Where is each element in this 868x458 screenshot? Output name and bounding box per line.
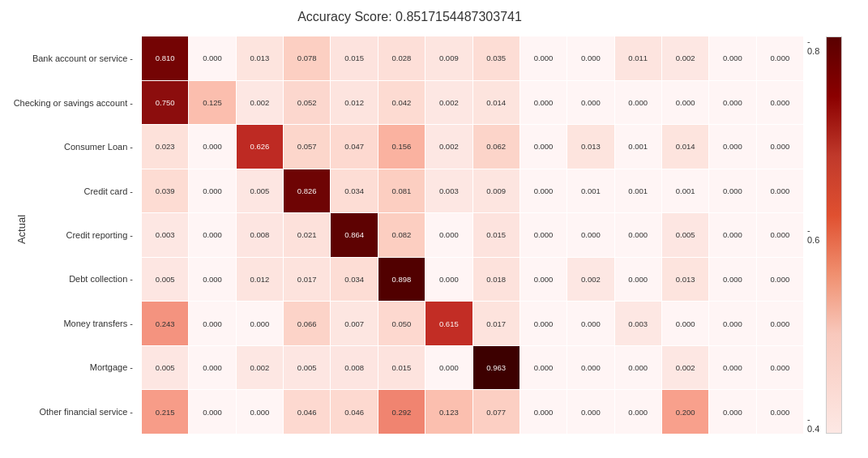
- matrix-cell: 0.000: [189, 346, 235, 390]
- matrix-cell: 0.125: [189, 81, 235, 125]
- matrix-cell: 0.034: [331, 258, 377, 302]
- matrix-cell: 0.002: [662, 36, 708, 80]
- matrix-cell: 0.007: [331, 302, 377, 345]
- matrix-cell: 0.003: [142, 213, 188, 257]
- matrix-cell: 0.017: [284, 258, 330, 302]
- matrix-cell: 0.000: [709, 302, 755, 345]
- matrix-cell: 0.000: [189, 390, 235, 434]
- matrix-cell: 0.000: [709, 36, 755, 80]
- matrix-cell: 0.008: [331, 346, 377, 390]
- matrix-cell: 0.000: [189, 36, 235, 80]
- matrix-cell: 0.000: [615, 346, 661, 390]
- matrix-cell: 0.021: [284, 213, 330, 257]
- colorbar-labels: - 0.8 - 0.6 - 0.4: [807, 36, 823, 434]
- matrix-cell: 0.000: [520, 81, 567, 125]
- matrix-cell: 0.002: [425, 81, 472, 125]
- matrix-cell: 0.215: [142, 390, 188, 434]
- matrix-cell: 0.052: [284, 81, 330, 125]
- matrix-cell: 0.005: [284, 346, 330, 390]
- matrix-cell: 0.015: [331, 36, 377, 80]
- matrix-cell: 0.000: [567, 213, 614, 257]
- matrix-cell: 0.000: [709, 81, 755, 125]
- matrix-cell: 0.005: [237, 169, 283, 213]
- matrix-cell: 0.000: [662, 81, 708, 125]
- matrix-cell: 0.000: [567, 390, 614, 434]
- matrix-cell: 0.001: [662, 169, 708, 213]
- matrix-cell: 0.005: [662, 213, 708, 257]
- matrix-cell: 0.002: [237, 81, 283, 125]
- matrix-cell: 0.123: [425, 390, 472, 434]
- matrix-cell: 0.046: [284, 390, 330, 434]
- matrix-cell: 0.015: [473, 213, 520, 257]
- row-label: Mortgage -: [24, 345, 138, 389]
- matrix-cell: 0.066: [284, 302, 330, 345]
- confusion-matrix-grid: 0.8100.0000.0130.0780.0150.0280.0090.035…: [142, 36, 803, 434]
- matrix-cell: 0.001: [615, 169, 661, 213]
- matrix-cell: 0.000: [567, 346, 614, 390]
- matrix-cell: 0.000: [567, 81, 614, 125]
- matrix-cell: 0.626: [237, 125, 283, 169]
- matrix-cell: 0.000: [520, 346, 567, 390]
- matrix-cell: 0.000: [425, 213, 472, 257]
- matrix-cell: 0.028: [378, 36, 425, 80]
- matrix-cell: 0.042: [378, 81, 425, 125]
- matrix-cell: 0.000: [757, 81, 803, 125]
- chart-title: Accuracy Score: 0.8517154487303741: [0, 10, 819, 24]
- row-label: Bank account or service -: [24, 36, 138, 80]
- matrix-cell: 0.000: [189, 302, 235, 345]
- row-labels: Bank account or service -Checking or sav…: [24, 36, 138, 434]
- matrix-cell: 0.898: [378, 258, 425, 302]
- chart-container: Accuracy Score: 0.8517154487303741 Actua…: [0, 0, 868, 458]
- matrix-cell: 0.000: [615, 213, 661, 257]
- matrix-cell: 0.012: [237, 258, 283, 302]
- colorbar: [826, 36, 842, 434]
- matrix-cell: 0.047: [331, 125, 377, 169]
- matrix-cell: 0.000: [425, 258, 472, 302]
- matrix-cell: 0.963: [473, 346, 520, 390]
- matrix-cell: 0.077: [473, 390, 520, 434]
- matrix-cell: 0.000: [237, 390, 283, 434]
- matrix-cell: 0.826: [284, 169, 330, 213]
- matrix-cell: 0.002: [567, 258, 614, 302]
- matrix-cell: 0.003: [615, 302, 661, 345]
- matrix-cell: 0.000: [709, 346, 755, 390]
- row-label: Credit card -: [24, 169, 138, 212]
- matrix-cell: 0.000: [520, 169, 567, 213]
- matrix-cell: 0.000: [425, 346, 472, 390]
- matrix-cell: 0.081: [378, 169, 425, 213]
- matrix-cell: 0.292: [378, 390, 425, 434]
- row-label: Consumer Loan -: [24, 125, 138, 169]
- matrix-cell: 0.015: [378, 346, 425, 390]
- matrix-cell: 0.057: [284, 125, 330, 169]
- matrix-cell: 0.082: [378, 213, 425, 257]
- matrix-cell: 0.014: [662, 125, 708, 169]
- matrix-cell: 0.000: [709, 258, 755, 302]
- matrix-cell: 0.001: [615, 125, 661, 169]
- matrix-area: 0.8100.0000.0130.0780.0150.0280.0090.035…: [142, 36, 803, 434]
- matrix-cell: 0.615: [425, 302, 472, 345]
- matrix-cell: 0.810: [142, 36, 188, 80]
- matrix-cell: 0.000: [520, 125, 567, 169]
- matrix-cell: 0.002: [662, 346, 708, 390]
- matrix-cell: 0.000: [662, 302, 708, 345]
- row-label: Money transfers -: [24, 302, 138, 345]
- matrix-cell: 0.000: [757, 36, 803, 80]
- matrix-cell: 0.200: [662, 390, 708, 434]
- matrix-cell: 0.000: [520, 302, 567, 345]
- matrix-cell: 0.008: [237, 213, 283, 257]
- matrix-cell: 0.000: [189, 169, 235, 213]
- matrix-cell: 0.000: [709, 213, 755, 257]
- matrix-cell: 0.243: [142, 302, 188, 345]
- matrix-cell: 0.002: [237, 346, 283, 390]
- matrix-cell: 0.014: [473, 81, 520, 125]
- matrix-cell: 0.000: [757, 258, 803, 302]
- matrix-cell: 0.000: [709, 390, 755, 434]
- matrix-cell: 0.000: [757, 169, 803, 213]
- row-label: Debt collection -: [24, 257, 138, 301]
- matrix-cell: 0.023: [142, 125, 188, 169]
- matrix-cell: 0.002: [425, 125, 472, 169]
- colorbar-label-06: - 0.6: [807, 225, 823, 245]
- matrix-cell: 0.013: [662, 258, 708, 302]
- matrix-cell: 0.078: [284, 36, 330, 80]
- matrix-cell: 0.005: [142, 258, 188, 302]
